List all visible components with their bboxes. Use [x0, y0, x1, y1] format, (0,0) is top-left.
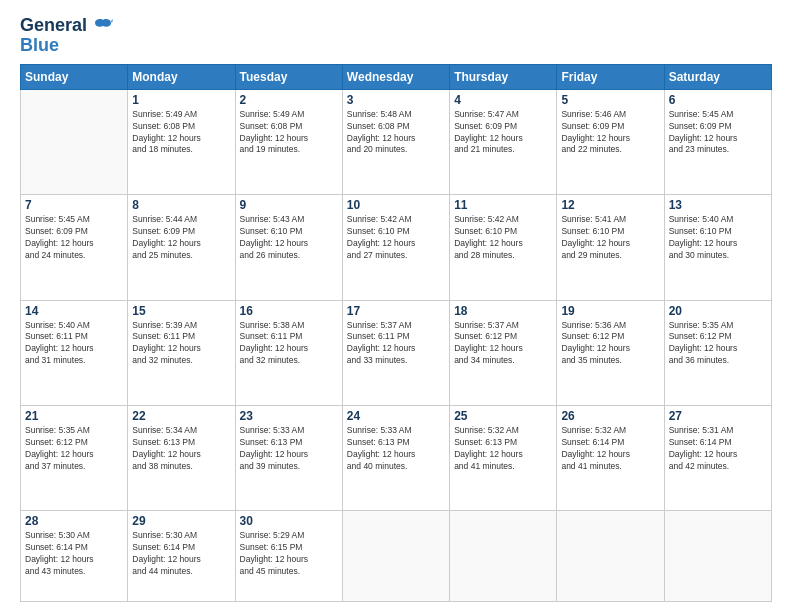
day-number: 18 [454, 304, 552, 318]
week-row-3: 14Sunrise: 5:40 AM Sunset: 6:11 PM Dayli… [21, 300, 772, 405]
day-number: 3 [347, 93, 445, 107]
day-info: Sunrise: 5:39 AM Sunset: 6:11 PM Dayligh… [132, 320, 230, 368]
calendar-cell: 16Sunrise: 5:38 AM Sunset: 6:11 PM Dayli… [235, 300, 342, 405]
weekday-header-sunday: Sunday [21, 64, 128, 89]
logo: General Blue [20, 16, 113, 54]
day-info: Sunrise: 5:30 AM Sunset: 6:14 PM Dayligh… [132, 530, 230, 578]
calendar-cell [664, 511, 771, 602]
calendar-cell: 2Sunrise: 5:49 AM Sunset: 6:08 PM Daylig… [235, 89, 342, 194]
calendar-cell [21, 89, 128, 194]
calendar-cell: 15Sunrise: 5:39 AM Sunset: 6:11 PM Dayli… [128, 300, 235, 405]
day-info: Sunrise: 5:42 AM Sunset: 6:10 PM Dayligh… [347, 214, 445, 262]
day-info: Sunrise: 5:45 AM Sunset: 6:09 PM Dayligh… [25, 214, 123, 262]
logo-blue: Blue [20, 36, 59, 54]
calendar-cell: 22Sunrise: 5:34 AM Sunset: 6:13 PM Dayli… [128, 405, 235, 510]
calendar-cell: 1Sunrise: 5:49 AM Sunset: 6:08 PM Daylig… [128, 89, 235, 194]
calendar-cell: 10Sunrise: 5:42 AM Sunset: 6:10 PM Dayli… [342, 195, 449, 300]
day-info: Sunrise: 5:49 AM Sunset: 6:08 PM Dayligh… [240, 109, 338, 157]
day-info: Sunrise: 5:38 AM Sunset: 6:11 PM Dayligh… [240, 320, 338, 368]
calendar-cell: 24Sunrise: 5:33 AM Sunset: 6:13 PM Dayli… [342, 405, 449, 510]
day-info: Sunrise: 5:35 AM Sunset: 6:12 PM Dayligh… [25, 425, 123, 473]
day-info: Sunrise: 5:33 AM Sunset: 6:13 PM Dayligh… [347, 425, 445, 473]
logo-general: General [20, 16, 113, 36]
calendar-cell: 14Sunrise: 5:40 AM Sunset: 6:11 PM Dayli… [21, 300, 128, 405]
day-info: Sunrise: 5:45 AM Sunset: 6:09 PM Dayligh… [669, 109, 767, 157]
day-info: Sunrise: 5:41 AM Sunset: 6:10 PM Dayligh… [561, 214, 659, 262]
calendar-cell: 4Sunrise: 5:47 AM Sunset: 6:09 PM Daylig… [450, 89, 557, 194]
day-info: Sunrise: 5:30 AM Sunset: 6:14 PM Dayligh… [25, 530, 123, 578]
logo-bird-icon [93, 18, 113, 34]
day-number: 5 [561, 93, 659, 107]
weekday-header-tuesday: Tuesday [235, 64, 342, 89]
calendar-cell: 20Sunrise: 5:35 AM Sunset: 6:12 PM Dayli… [664, 300, 771, 405]
day-info: Sunrise: 5:29 AM Sunset: 6:15 PM Dayligh… [240, 530, 338, 578]
day-info: Sunrise: 5:43 AM Sunset: 6:10 PM Dayligh… [240, 214, 338, 262]
calendar-cell: 27Sunrise: 5:31 AM Sunset: 6:14 PM Dayli… [664, 405, 771, 510]
day-number: 21 [25, 409, 123, 423]
day-info: Sunrise: 5:33 AM Sunset: 6:13 PM Dayligh… [240, 425, 338, 473]
day-number: 23 [240, 409, 338, 423]
weekday-header-row: SundayMondayTuesdayWednesdayThursdayFrid… [21, 64, 772, 89]
day-number: 29 [132, 514, 230, 528]
day-number: 7 [25, 198, 123, 212]
calendar-cell [557, 511, 664, 602]
calendar-cell: 21Sunrise: 5:35 AM Sunset: 6:12 PM Dayli… [21, 405, 128, 510]
day-info: Sunrise: 5:40 AM Sunset: 6:11 PM Dayligh… [25, 320, 123, 368]
day-number: 30 [240, 514, 338, 528]
weekday-header-monday: Monday [128, 64, 235, 89]
calendar-cell: 6Sunrise: 5:45 AM Sunset: 6:09 PM Daylig… [664, 89, 771, 194]
calendar-cell: 17Sunrise: 5:37 AM Sunset: 6:11 PM Dayli… [342, 300, 449, 405]
day-info: Sunrise: 5:32 AM Sunset: 6:13 PM Dayligh… [454, 425, 552, 473]
calendar-cell: 28Sunrise: 5:30 AM Sunset: 6:14 PM Dayli… [21, 511, 128, 602]
day-number: 28 [25, 514, 123, 528]
calendar-cell: 18Sunrise: 5:37 AM Sunset: 6:12 PM Dayli… [450, 300, 557, 405]
day-info: Sunrise: 5:47 AM Sunset: 6:09 PM Dayligh… [454, 109, 552, 157]
calendar-cell: 8Sunrise: 5:44 AM Sunset: 6:09 PM Daylig… [128, 195, 235, 300]
week-row-4: 21Sunrise: 5:35 AM Sunset: 6:12 PM Dayli… [21, 405, 772, 510]
day-info: Sunrise: 5:36 AM Sunset: 6:12 PM Dayligh… [561, 320, 659, 368]
page: General Blue SundayMondayTuesdayWednesda… [0, 0, 792, 612]
day-info: Sunrise: 5:37 AM Sunset: 6:12 PM Dayligh… [454, 320, 552, 368]
weekday-header-saturday: Saturday [664, 64, 771, 89]
calendar-cell: 19Sunrise: 5:36 AM Sunset: 6:12 PM Dayli… [557, 300, 664, 405]
day-number: 1 [132, 93, 230, 107]
week-row-2: 7Sunrise: 5:45 AM Sunset: 6:09 PM Daylig… [21, 195, 772, 300]
day-number: 26 [561, 409, 659, 423]
calendar-cell: 3Sunrise: 5:48 AM Sunset: 6:08 PM Daylig… [342, 89, 449, 194]
day-info: Sunrise: 5:49 AM Sunset: 6:08 PM Dayligh… [132, 109, 230, 157]
day-info: Sunrise: 5:31 AM Sunset: 6:14 PM Dayligh… [669, 425, 767, 473]
day-number: 17 [347, 304, 445, 318]
calendar-cell: 30Sunrise: 5:29 AM Sunset: 6:15 PM Dayli… [235, 511, 342, 602]
day-number: 27 [669, 409, 767, 423]
day-number: 14 [25, 304, 123, 318]
day-number: 12 [561, 198, 659, 212]
calendar-cell: 29Sunrise: 5:30 AM Sunset: 6:14 PM Dayli… [128, 511, 235, 602]
weekday-header-wednesday: Wednesday [342, 64, 449, 89]
day-info: Sunrise: 5:42 AM Sunset: 6:10 PM Dayligh… [454, 214, 552, 262]
day-number: 4 [454, 93, 552, 107]
week-row-5: 28Sunrise: 5:30 AM Sunset: 6:14 PM Dayli… [21, 511, 772, 602]
calendar-cell: 13Sunrise: 5:40 AM Sunset: 6:10 PM Dayli… [664, 195, 771, 300]
calendar-cell: 7Sunrise: 5:45 AM Sunset: 6:09 PM Daylig… [21, 195, 128, 300]
calendar-table: SundayMondayTuesdayWednesdayThursdayFrid… [20, 64, 772, 602]
day-number: 15 [132, 304, 230, 318]
day-number: 24 [347, 409, 445, 423]
header: General Blue [20, 16, 772, 54]
calendar-cell: 26Sunrise: 5:32 AM Sunset: 6:14 PM Dayli… [557, 405, 664, 510]
calendar-cell: 23Sunrise: 5:33 AM Sunset: 6:13 PM Dayli… [235, 405, 342, 510]
day-number: 2 [240, 93, 338, 107]
calendar-cell: 5Sunrise: 5:46 AM Sunset: 6:09 PM Daylig… [557, 89, 664, 194]
day-info: Sunrise: 5:32 AM Sunset: 6:14 PM Dayligh… [561, 425, 659, 473]
day-info: Sunrise: 5:37 AM Sunset: 6:11 PM Dayligh… [347, 320, 445, 368]
weekday-header-friday: Friday [557, 64, 664, 89]
day-number: 22 [132, 409, 230, 423]
day-info: Sunrise: 5:48 AM Sunset: 6:08 PM Dayligh… [347, 109, 445, 157]
day-number: 19 [561, 304, 659, 318]
day-number: 13 [669, 198, 767, 212]
day-number: 10 [347, 198, 445, 212]
weekday-header-thursday: Thursday [450, 64, 557, 89]
day-info: Sunrise: 5:40 AM Sunset: 6:10 PM Dayligh… [669, 214, 767, 262]
day-number: 16 [240, 304, 338, 318]
calendar-cell: 9Sunrise: 5:43 AM Sunset: 6:10 PM Daylig… [235, 195, 342, 300]
calendar-cell: 25Sunrise: 5:32 AM Sunset: 6:13 PM Dayli… [450, 405, 557, 510]
